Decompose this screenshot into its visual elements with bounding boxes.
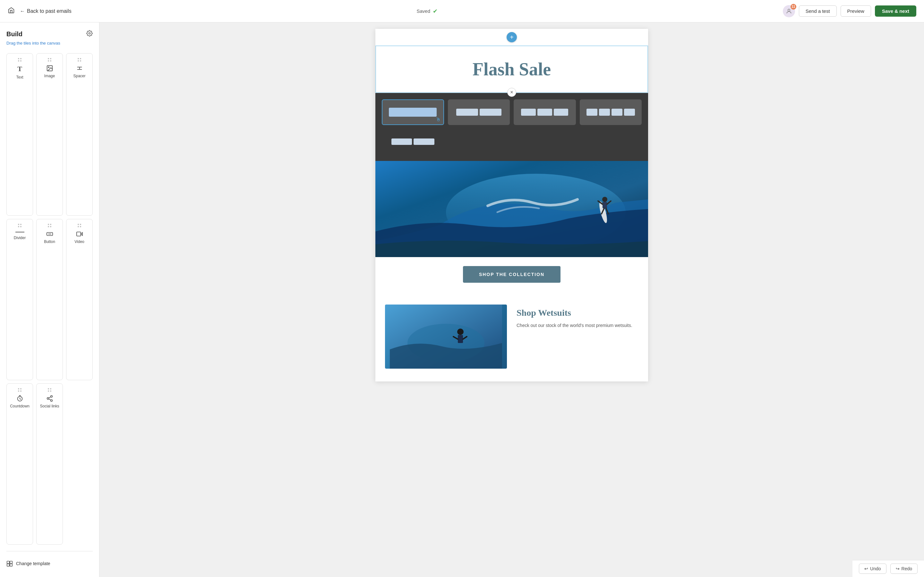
tile-grid: T Text Image [6, 53, 93, 545]
redo-icon: ↪ [896, 566, 900, 571]
main-layout: Build Drag the tiles into the canvas T T… [0, 23, 924, 577]
layout-block-third-3 [554, 109, 569, 116]
svg-point-12 [50, 396, 52, 398]
back-arrow-icon: ← [20, 8, 25, 14]
svg-rect-33 [458, 335, 463, 343]
add-row-top: + [375, 29, 648, 45]
notification-badge: 11 [790, 4, 796, 10]
bottom-right: Shop Wetsuits Check out our stock of the… [517, 305, 638, 369]
layout-option-3col[interactable] [514, 99, 576, 125]
image-tile-icon [46, 65, 53, 72]
home-icon[interactable] [8, 7, 15, 15]
tile-divider[interactable]: Divider [6, 219, 33, 380]
app-header: ← Back to past emails Saved ✔ 11 Send a … [0, 0, 924, 23]
sidebar-divider [6, 551, 93, 551]
undo-button[interactable]: ↩ Undo [859, 564, 886, 574]
close-layout-picker-button[interactable]: × [507, 88, 516, 97]
surf-image-section [375, 161, 648, 257]
social-links-tile-label: Social links [40, 404, 59, 408]
back-link-label: Back to past emails [27, 8, 71, 14]
layout-option-1col[interactable]: 🖱 [382, 99, 444, 125]
divider-tile-label: Divider [14, 235, 26, 240]
bottom-left [385, 305, 507, 369]
layout-block-quarter-1 [586, 109, 598, 116]
svg-point-24 [602, 197, 607, 202]
back-to-emails-link[interactable]: ← Back to past emails [20, 8, 71, 14]
layout-block-row-2 [452, 109, 506, 116]
tile-text[interactable]: T Text [6, 53, 33, 216]
sidebar-header: Build [6, 30, 93, 38]
add-row-button-top[interactable]: + [507, 32, 517, 42]
svg-rect-18 [10, 561, 13, 564]
shop-btn-section: SHOP THE COLLECTION [375, 257, 648, 292]
layout-picker-wrapper: × 🖱 [375, 93, 648, 161]
template-icon [6, 560, 13, 567]
layout-sub-row [386, 139, 440, 145]
tile-social-links[interactable]: Social links [36, 384, 63, 545]
saved-label: Saved [417, 8, 430, 14]
svg-rect-9 [76, 232, 81, 236]
layout-option-dark-1[interactable] [448, 129, 510, 155]
layout-block-row [386, 108, 439, 117]
layout-block-quarter-4 [624, 109, 635, 116]
canvas-area: + Flash Sale × 🖱 [99, 23, 924, 577]
layout-option-4col[interactable] [580, 99, 642, 125]
tile-spacer[interactable]: Spacer [66, 53, 93, 216]
svg-point-0 [788, 9, 790, 11]
cursor-icon: 🖱 [436, 117, 441, 122]
surf-thumbnail [385, 305, 507, 369]
layout-option-dark-2[interactable] [514, 129, 576, 155]
svg-line-16 [48, 397, 50, 398]
layout-picker: 🖱 [375, 93, 648, 161]
svg-point-3 [48, 67, 49, 68]
tile-button[interactable]: Button [36, 219, 63, 380]
svg-point-1 [89, 33, 90, 34]
sidebar: Build Drag the tiles into the canvas T T… [0, 23, 99, 577]
svg-point-14 [50, 400, 52, 402]
button-tile-label: Button [44, 239, 55, 244]
layout-block-half-1 [456, 109, 478, 116]
redo-button[interactable]: ↪ Redo [890, 564, 918, 574]
video-tile-icon [76, 230, 83, 237]
layout-option-2col[interactable] [448, 99, 510, 125]
undo-label: Undo [870, 566, 881, 571]
image-tile-label: Image [44, 74, 55, 78]
layout-2subblock-inner [386, 139, 440, 145]
surf-image-svg [375, 161, 648, 257]
tile-countdown[interactable]: Countdown [6, 384, 33, 545]
svg-rect-17 [7, 561, 10, 564]
change-template-button[interactable]: Change template [6, 558, 93, 569]
text-tile-label: Text [16, 75, 23, 79]
preview-button[interactable]: Preview [841, 5, 871, 17]
close-overlay: × [507, 88, 516, 97]
save-next-button[interactable]: Save & next [875, 5, 916, 17]
layout-block-row-4 [583, 109, 638, 116]
avatar-button[interactable]: 11 [783, 5, 795, 17]
text-tile-icon: T [17, 65, 22, 73]
layout-option-2subblock[interactable] [382, 129, 444, 155]
gear-icon[interactable] [86, 30, 93, 38]
svg-line-15 [48, 399, 50, 400]
shop-collection-button[interactable]: SHOP THE COLLECTION [463, 266, 561, 283]
undo-icon: ↩ [864, 566, 868, 571]
divider-tile-icon [15, 232, 24, 232]
surf-thumb-svg [385, 305, 507, 369]
svg-rect-20 [10, 564, 13, 566]
layout-option-dark-3[interactable] [580, 129, 642, 155]
layout-block-row-3 [517, 109, 572, 116]
tile-image[interactable]: Image [36, 53, 63, 216]
spacer-tile-label: Spacer [73, 74, 86, 78]
email-canvas: + Flash Sale × 🖱 [375, 29, 648, 382]
sidebar-subtitle: Drag the tiles into the canvas [6, 41, 93, 45]
video-tile-label: Video [74, 239, 84, 244]
layout-block-half-2 [480, 109, 501, 116]
countdown-tile-label: Countdown [10, 404, 29, 408]
header-right: 11 Send a test Preview Save & next [783, 5, 916, 17]
build-title: Build [6, 31, 23, 38]
layout-block-third-2 [537, 109, 552, 116]
svg-rect-25 [603, 202, 607, 208]
send-test-button[interactable]: Send a test [799, 5, 837, 17]
svg-point-32 [457, 329, 464, 335]
tile-video[interactable]: Video [66, 219, 93, 380]
redo-label: Redo [901, 566, 912, 571]
